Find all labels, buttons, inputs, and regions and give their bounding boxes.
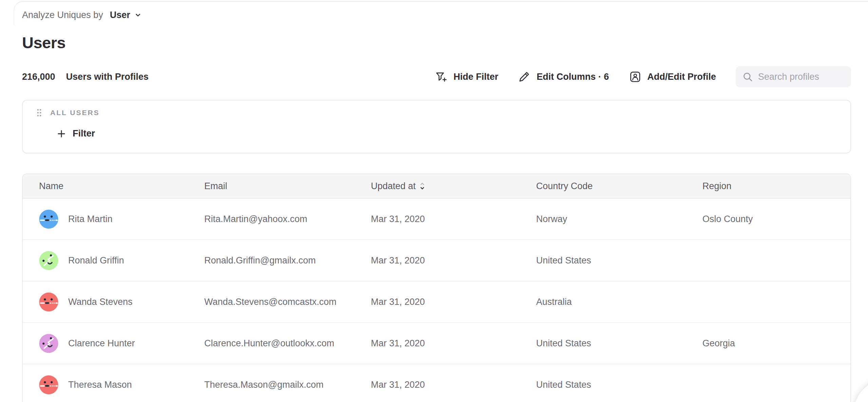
user-email: Ronald.Griffin@gmailx.com: [204, 255, 371, 266]
user-updated-at: Mar 31, 2020: [371, 255, 536, 266]
user-country-code: United States: [536, 338, 702, 349]
red-face-avatar: [39, 375, 58, 395]
users-page: { "topbar": { "analyze_label": "Analyze …: [0, 0, 868, 402]
search-profiles-box[interactable]: [736, 66, 851, 87]
edit-columns-button[interactable]: Edit Columns · 6: [518, 70, 609, 83]
blue-face-avatar: [39, 209, 58, 229]
user-country-code: United States: [536, 255, 702, 266]
user-updated-at: Mar 31, 2020: [371, 338, 536, 349]
user-region: Oslo County: [702, 214, 850, 224]
pencil-icon: [518, 70, 531, 83]
user-email: Clarence.Hunter@outlookx.com: [204, 338, 371, 349]
user-country-code: Norway: [536, 214, 702, 224]
table-header: Name Email Updated at Country Code Regio…: [23, 174, 850, 199]
edit-columns-label: Edit Columns · 6: [536, 72, 609, 82]
filter-card: ALL USERS Filter: [22, 100, 851, 153]
page-title: Users: [22, 33, 65, 52]
hide-filter-button[interactable]: Hide Filter: [435, 70, 498, 83]
table-row[interactable]: Theresa Mason Theresa.Mason@gmailx.com M…: [23, 364, 850, 402]
search-icon: [742, 72, 753, 82]
column-header-region[interactable]: Region: [702, 181, 850, 191]
users-table: Name Email Updated at Country Code Regio…: [22, 173, 851, 402]
add-edit-profile-label: Add/Edit Profile: [647, 72, 716, 82]
column-header-updated-at[interactable]: Updated at: [371, 181, 536, 191]
analyze-uniques-value: User: [110, 10, 130, 20]
all-users-label: ALL USERS: [50, 109, 100, 117]
search-profiles-input[interactable]: [758, 72, 845, 82]
user-updated-at: Mar 31, 2020: [371, 214, 536, 224]
user-email: Theresa.Mason@gmailx.com: [204, 380, 371, 390]
user-name: Rita Martin: [68, 214, 113, 224]
plus-icon: [57, 129, 66, 138]
profile-count: 216,000 Users with Profiles: [22, 72, 149, 82]
funnel-plus-icon: [435, 70, 448, 83]
table-row[interactable]: Wanda Stevens Wanda.Stevens@comcastx.com…: [23, 281, 850, 323]
table-row[interactable]: Ronald Griffin Ronald.Griffin@gmailx.com…: [23, 240, 850, 281]
user-name: Theresa Mason: [68, 380, 132, 390]
toolbar: Hide Filter Edit Columns · 6 Add/Edit Pr…: [435, 66, 851, 87]
table-row[interactable]: Rita Martin Rita.Martin@yahoox.com Mar 3…: [23, 199, 850, 240]
name-cell: Theresa Mason: [39, 375, 204, 395]
user-name: Wanda Stevens: [68, 297, 133, 307]
column-header-name[interactable]: Name: [39, 181, 204, 191]
column-header-country-code[interactable]: Country Code: [536, 181, 702, 191]
user-name: Clarence Hunter: [68, 338, 135, 349]
profile-count-label: Users with Profiles: [66, 72, 149, 82]
all-users-group: ALL USERS: [37, 109, 100, 117]
hide-filter-label: Hide Filter: [453, 72, 498, 82]
add-filter-button[interactable]: Filter: [57, 128, 95, 139]
page-sheet-edge: [14, 1, 868, 25]
analyze-uniques-dropdown[interactable]: Analyze Uniques by User: [22, 9, 141, 21]
user-country-code: Australia: [536, 297, 702, 307]
floating-help-button[interactable]: [854, 379, 868, 402]
profile-card-icon: [629, 70, 642, 83]
table-row[interactable]: Clarence Hunter Clarence.Hunter@outlookx…: [23, 323, 850, 364]
red-face-avatar: [39, 292, 58, 312]
analyze-uniques-label: Analyze Uniques by: [22, 10, 103, 20]
green-face-avatar: [39, 251, 58, 270]
name-cell: Ronald Griffin: [39, 251, 204, 270]
user-email: Wanda.Stevens@comcastx.com: [204, 297, 371, 307]
user-updated-at: Mar 31, 2020: [371, 297, 536, 307]
name-cell: Rita Martin: [39, 209, 204, 229]
add-edit-profile-button[interactable]: Add/Edit Profile: [629, 70, 716, 83]
user-email: Rita.Martin@yahoox.com: [204, 214, 371, 224]
user-country-code: United States: [536, 380, 702, 390]
user-region: Georgia: [702, 338, 850, 349]
pink-face-avatar: [39, 334, 58, 353]
stats-toolbar-row: 216,000 Users with Profiles Hide Filter …: [22, 66, 851, 88]
name-cell: Clarence Hunter: [39, 334, 204, 353]
drag-handle-icon[interactable]: [37, 109, 42, 117]
add-filter-label: Filter: [73, 128, 95, 139]
user-updated-at: Mar 31, 2020: [371, 380, 536, 390]
profile-count-value: 216,000: [22, 72, 55, 82]
chevron-down-icon: [134, 12, 141, 19]
table-body: Rita Martin Rita.Martin@yahoox.com Mar 3…: [23, 199, 850, 402]
column-header-email[interactable]: Email: [204, 181, 371, 191]
sort-icon[interactable]: [419, 182, 425, 190]
user-name: Ronald Griffin: [68, 255, 124, 266]
name-cell: Wanda Stevens: [39, 292, 204, 312]
